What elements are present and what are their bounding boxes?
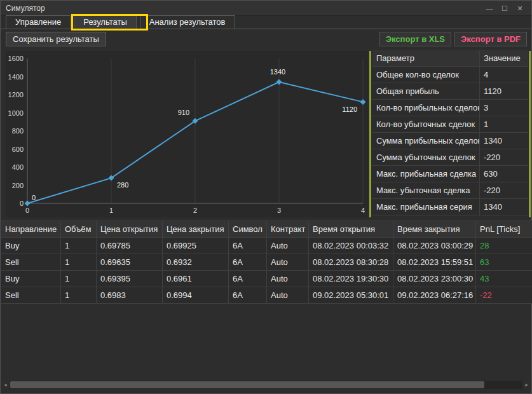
trade-symbol: 6A [229,271,267,287]
col-header-open-time[interactable]: Время открытия [309,221,393,238]
param-value-cell: 1340 [479,133,528,149]
params-panel: Параметр Значение Общее кол-во сделок 4 … [372,50,528,216]
col-header-volume[interactable]: Объём [61,221,97,238]
tab-upravlenie[interactable]: Управление [6,15,71,29]
scrollbar-thumb[interactable] [10,381,484,388]
x-tick-label: 1 [109,207,113,214]
x-tick-label: 3 [277,207,281,214]
trade-open-price: 0.69635 [97,254,163,271]
trade-volume: 1 [61,238,97,254]
trade-close-price: 0.6932 [163,254,229,271]
col-header-direction[interactable]: Направление [1,221,61,238]
y-tick-label: 600 [12,146,24,153]
title-bar[interactable]: Симулятор — ☐ ✕ [1,1,531,16]
minimize-icon[interactable]: — [483,3,496,14]
trade-direction: Sell [1,254,61,271]
export-pdf-button[interactable]: Экспорт в PDF [454,32,527,46]
param-name-cell: Макс. прибыльная серия [372,199,479,215]
trade-close-time: 08.02.2023 03:00:29 [393,238,476,254]
col-header-close-time[interactable]: Время закрытия [393,221,476,238]
scroll-left-icon[interactable]: ◂ [1,381,10,389]
y-tick-label: 1600 [8,55,24,62]
trade-close-price: 0.6994 [163,287,229,304]
trade-volume: 1 [61,271,97,287]
param-name-cell: Общая прибыль [372,83,479,100]
trade-close-price: 0.69925 [163,238,229,254]
y-tick-label: 400 [12,163,24,171]
col-header-pnl[interactable]: PnL [Ticks] [476,221,532,238]
trade-contract: Auto [267,238,309,254]
param-value-cell: -220 [479,149,528,166]
pnl-cell: 63 [476,254,532,271]
param-name-cell: Сумма прибыльных сделок [372,133,479,149]
chart-point-label: 1340 [270,68,285,76]
y-tick-label: 200 [12,182,24,189]
trade-contract: Auto [267,254,309,271]
pnl-cell: -22 [476,287,532,304]
x-tick-label: 4 [361,207,365,214]
trade-symbol: 6A [229,254,267,271]
param-value-cell: 1120 [479,83,528,100]
save-results-button[interactable]: Сохранить результаты [6,32,106,46]
trade-volume: 1 [61,287,97,304]
param-name-cell: Макс. прибыльная сделка [372,166,479,182]
trade-open-price: 0.69785 [97,238,163,254]
param-name-cell: Сумма убыточных сделок [372,149,479,166]
chart-point-label: 0 [32,194,36,201]
param-value-cell: 3 [479,100,528,116]
trade-close-price: 0.6961 [163,271,229,287]
params-table: Параметр Значение Общее кол-во сделок 4 … [372,50,528,215]
app-window: Симулятор — ☐ ✕ Управление Результаты Ан… [0,0,532,394]
trade-open-time: 08.02.2023 19:30:30 [309,271,393,287]
pnl-cell: 28 [476,238,532,254]
params-header-value[interactable]: Значение [479,50,528,67]
scroll-right-icon[interactable]: ▸ [522,381,531,389]
splitter-handle-left[interactable] [369,51,371,217]
maximize-icon[interactable]: ☐ [498,3,511,14]
table-row[interactable]: Sell 1 0.69635 0.6932 6A Auto 08.02.2023… [1,254,532,271]
table-row[interactable]: Buy 1 0.69395 0.6961 6A Auto 08.02.2023 … [1,271,532,287]
trade-direction: Buy [1,238,61,254]
table-row[interactable]: Buy 1 0.69785 0.69925 6A Auto 08.02.2023… [1,238,532,254]
table-row[interactable]: Sell 1 0.6983 0.6994 6A Auto 09.02.2023 … [1,287,532,304]
y-tick-label: 1000 [8,109,24,117]
param-name-cell: Кол-во прибыльных сделок [372,100,479,116]
col-header-symbol[interactable]: Символ [229,221,267,238]
close-icon[interactable]: ✕ [514,3,526,14]
chart-point-label: 1120 [342,105,357,113]
trade-open-time: 08.02.2023 08:30:28 [309,254,393,271]
y-tick-label: 800 [12,127,24,135]
trade-symbol: 6A [229,287,267,304]
chart-point-label: 280 [117,181,128,189]
export-xls-button[interactable]: Экспорт в XLS [379,32,451,46]
chart-point-marker [360,99,366,105]
tab-rezultaty[interactable]: Результаты [74,15,136,29]
trade-direction: Buy [1,271,61,287]
tab-analiz-rezultatov[interactable]: Анализ результатов [140,15,235,29]
window-title: Симулятор [6,4,45,13]
trade-close-time: 08.02.2023 15:59:51 [393,254,476,271]
trade-direction: Sell [1,287,61,304]
param-value-cell: -220 [479,182,528,199]
x-tick-label: 0 [25,207,29,214]
y-tick-label: 1400 [8,73,24,81]
results-chart-panel: 0200400600800100012001400160001234028091… [6,51,368,217]
trade-open-price: 0.6983 [97,287,163,304]
trade-volume: 1 [61,254,97,271]
horizontal-scrollbar[interactable]: ◂ ▸ [1,381,531,389]
param-value-cell: 4 [479,67,528,83]
trade-open-time: 09.02.2023 05:30:01 [309,287,393,304]
trade-contract: Auto [267,287,309,304]
trades-table: Направление Объём Цена открытия Цена зак… [1,221,532,304]
trade-close-time: 09.02.2023 06:27:16 [393,287,476,304]
export-buttons: Экспорт в XLS Экспорт в PDF [379,32,527,46]
trade-close-time: 08.02.2023 23:00:30 [393,271,476,287]
splitter-handle-right[interactable] [529,51,531,217]
col-header-close-price[interactable]: Цена закрытия [163,221,229,238]
chart-point-marker [25,201,31,207]
y-tick-label: 1200 [8,91,24,98]
x-tick-label: 2 [193,207,197,214]
col-header-open-price[interactable]: Цена открытия [97,221,163,238]
col-header-contract[interactable]: Контракт [267,221,309,238]
params-header-param[interactable]: Параметр [372,50,479,67]
